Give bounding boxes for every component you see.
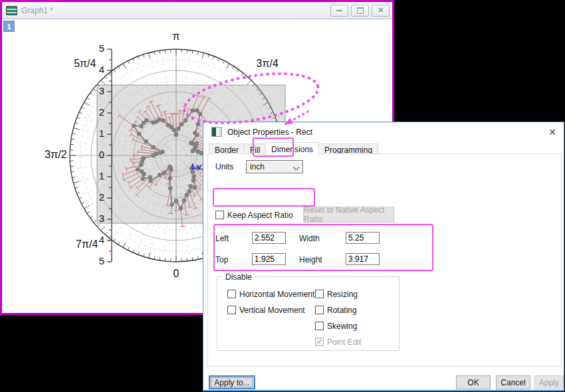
resizing-label: Resizing: [327, 290, 358, 299]
point-edit-checkbox: [315, 338, 324, 346]
units-label: Units: [215, 162, 233, 171]
graph-icon: [6, 6, 17, 15]
minimize-button[interactable]: [330, 5, 348, 17]
graph-window-titlebar[interactable]: Graph1 * ✕: [2, 2, 392, 19]
dimensions-fields-highlight: [213, 224, 433, 271]
disable-group: Disable Horizontal Movement Vertical Mov…: [217, 276, 399, 351]
close-icon: ✕: [378, 7, 384, 14]
tab-dimensions[interactable]: Dimensions: [265, 142, 319, 156]
disable-group-legend: Disable: [223, 272, 255, 282]
page-number-badge[interactable]: 1: [3, 21, 15, 32]
height-label: Height: [299, 255, 322, 264]
restore-button[interactable]: [351, 5, 369, 17]
reset-native-aspect-ratio-button: Reset to Native Aspect Ratio: [303, 207, 394, 223]
restore-icon: [357, 7, 364, 14]
resizing-checkbox[interactable]: [315, 290, 324, 298]
dialog-close-button[interactable]: ✕: [545, 126, 560, 139]
width-label: Width: [299, 234, 320, 243]
left-input[interactable]: [252, 232, 286, 244]
dialog-titlebar[interactable]: Object Properties - Rect ✕: [203, 122, 564, 142]
close-button[interactable]: ✕: [372, 5, 390, 17]
ok-button[interactable]: OK: [456, 375, 491, 389]
apply-button: Apply: [534, 375, 564, 389]
left-label: Left: [215, 234, 229, 243]
vertical-movement-label: Vertical Movement: [239, 306, 305, 315]
keep-aspect-ratio-checkbox[interactable]: [215, 211, 224, 219]
minimize-icon: [336, 10, 342, 11]
dimensions-tab-panel: Units inch Keep Aspect Ratio Reset to Na…: [207, 153, 562, 367]
horizontal-movement-label: Horizontal Movement: [239, 290, 314, 299]
units-value: inch: [250, 162, 265, 171]
apply-to-button[interactable]: Apply to...: [209, 375, 255, 389]
point-edit-label: Point Edit: [327, 338, 361, 347]
width-input[interactable]: [346, 232, 380, 244]
graph-window-title: Graph1 *: [21, 6, 328, 15]
properties-icon: [211, 127, 222, 137]
rotating-checkbox[interactable]: [315, 306, 324, 314]
rotating-label: Rotating: [327, 306, 357, 315]
horizontal-movement-checkbox[interactable]: [227, 290, 236, 298]
vertical-movement-checkbox[interactable]: [227, 306, 236, 314]
units-highlight: [213, 188, 315, 207]
cancel-button[interactable]: Cancel: [496, 375, 530, 389]
units-select[interactable]: inch: [246, 160, 303, 173]
skewing-checkbox[interactable]: [315, 322, 324, 330]
keep-aspect-ratio-label: Keep Aspect Ratio: [227, 211, 293, 220]
height-input[interactable]: [346, 253, 380, 265]
object-properties-dialog: Object Properties - Rect ✕ Border Fill D…: [203, 122, 564, 391]
chevron-down-icon: [293, 164, 300, 171]
top-label: Top: [215, 255, 228, 264]
skewing-label: Skewing: [327, 322, 357, 331]
dialog-title: Object Properties - Rect: [227, 128, 545, 137]
top-input[interactable]: [252, 253, 286, 265]
